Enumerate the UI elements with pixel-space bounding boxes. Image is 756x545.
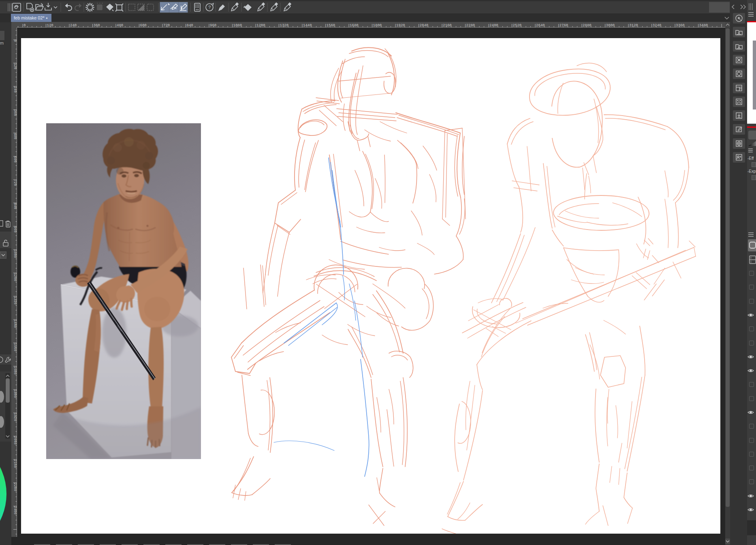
svg-text:1440: 1440 [303,24,312,28]
svg-text:840: 840 [187,24,193,28]
svg-text:480: 480 [117,24,123,28]
svg-text:1560: 1560 [13,343,17,351]
svg-text:360: 360 [94,24,100,28]
svg-text:960: 960 [210,24,216,28]
svg-text:960: 960 [13,226,17,232]
svg-text:2160: 2160 [443,24,452,28]
svg-text:2520: 2520 [513,24,522,28]
svg-text:1200: 1200 [256,24,265,28]
svg-text:1080: 1080 [13,250,17,258]
svg-text:2760: 2760 [560,24,568,28]
svg-text:3120: 3120 [629,24,638,28]
svg-text:0: 0 [13,40,17,42]
svg-text:1800: 1800 [13,390,17,398]
svg-text:2880: 2880 [583,24,592,28]
svg-text:2640: 2640 [536,24,545,28]
svg-text:2040: 2040 [420,24,429,28]
svg-text:360: 360 [13,110,17,116]
svg-text:1200: 1200 [13,273,17,281]
svg-text:2040: 2040 [13,436,17,444]
svg-text:1680: 1680 [13,366,17,374]
svg-text:1920: 1920 [13,413,17,421]
svg-text:1320: 1320 [280,24,289,28]
svg-text:1320: 1320 [13,296,17,305]
svg-text:600: 600 [13,157,17,163]
svg-text:0: 0 [23,24,26,28]
svg-text:600: 600 [140,24,147,28]
svg-text:1920: 1920 [396,24,405,28]
svg-text:3480: 3480 [699,24,708,28]
svg-text:840: 840 [13,203,17,209]
svg-text:2160: 2160 [13,459,17,468]
svg-text:720: 720 [163,24,170,28]
svg-text:2280: 2280 [466,24,475,28]
svg-text:120: 120 [47,24,53,28]
svg-text:2400: 2400 [13,506,17,514]
svg-text:1080: 1080 [233,24,242,28]
svg-text:3240: 3240 [653,24,662,28]
svg-text:720: 720 [13,180,17,186]
svg-text:?: ? [208,5,211,10]
svg-text:480: 480 [13,133,17,139]
svg-text:1560: 1560 [327,24,335,28]
svg-text:1440: 1440 [13,320,17,328]
svg-text:2400: 2400 [489,24,498,28]
svg-text:2280: 2280 [13,483,17,491]
svg-text:120: 120 [13,63,17,69]
svg-text:3000: 3000 [606,24,615,28]
svg-text:1680: 1680 [350,24,359,28]
svg-text:1800: 1800 [373,24,382,28]
svg-text:240: 240 [13,86,17,92]
svg-text:3360: 3360 [676,24,685,28]
svg-text:240: 240 [70,24,77,28]
